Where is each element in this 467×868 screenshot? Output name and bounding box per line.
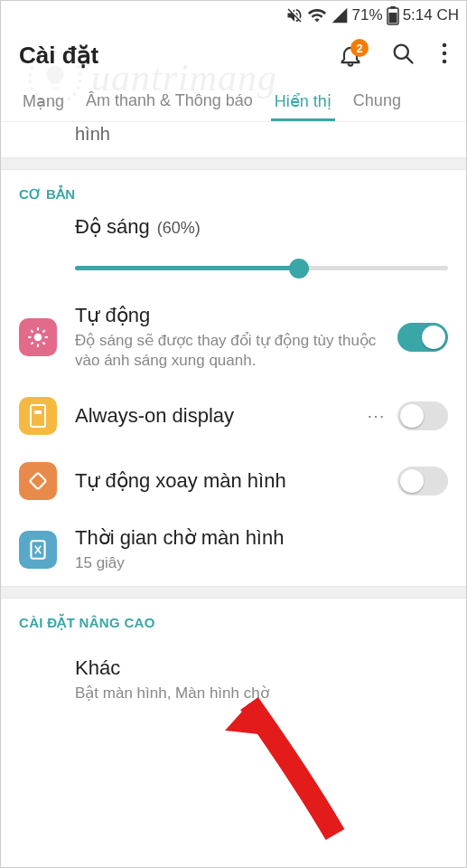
other-desc: Bật màn hình, Màn hình chờ: [75, 684, 448, 703]
search-button[interactable]: [390, 41, 416, 70]
screen-timeout-label: Thời gian chờ màn hình: [75, 526, 448, 550]
svg-line-14: [42, 343, 44, 344]
timeout-icon: [19, 531, 57, 569]
svg-line-13: [31, 330, 33, 332]
svg-line-16: [42, 330, 44, 332]
section-advanced-header: CÀI ĐẶT NÂNG CAO: [1, 599, 466, 644]
always-on-display-row[interactable]: Always-on display ⋯: [1, 383, 466, 448]
svg-line-15: [31, 343, 33, 344]
auto-brightness-toggle[interactable]: [397, 323, 448, 352]
battery-percent: 71%: [352, 6, 383, 24]
screen-timeout-row[interactable]: Thời gian chờ màn hình 15 giây: [1, 514, 466, 586]
status-bar: 71% 5:14 CH: [1, 1, 466, 30]
section-divider: [1, 157, 466, 170]
tab-bar: Mạng Âm thanh & Thông báo Hiển thị Chung: [1, 80, 466, 122]
battery-icon: [387, 5, 399, 25]
auto-rotate-label: Tự động xoay màn hình: [75, 469, 379, 493]
svg-point-8: [34, 334, 42, 342]
tab-general[interactable]: Chung: [342, 82, 412, 119]
signal-icon: [331, 6, 349, 24]
always-on-toggle[interactable]: [397, 401, 448, 430]
svg-rect-18: [34, 410, 42, 414]
brightness-slider[interactable]: [75, 246, 448, 291]
slider-fill: [75, 266, 299, 270]
status-time: 5:14 CH: [403, 6, 459, 24]
tab-network[interactable]: Mạng: [12, 82, 75, 120]
clipped-item-text[interactable]: màu xanh dịu hơn trên màn hình hình: [1, 122, 466, 157]
auto-rotate-toggle[interactable]: [397, 467, 448, 495]
notification-badge: 2: [350, 39, 369, 57]
slider-thumb[interactable]: [289, 259, 309, 278]
search-icon: [390, 41, 416, 66]
auto-rotate-row[interactable]: Tự động xoay màn hình: [1, 448, 466, 514]
svg-rect-2: [388, 13, 397, 24]
tab-sound[interactable]: Âm thanh & Thông báo: [75, 82, 264, 119]
always-on-icon: [19, 397, 57, 435]
section-basic-header: CƠ BẢN: [1, 170, 466, 215]
svg-rect-17: [31, 405, 45, 427]
always-on-more-icon[interactable]: ⋯: [367, 405, 387, 427]
svg-point-7: [443, 60, 447, 64]
rotate-icon: [19, 462, 57, 500]
svg-point-3: [395, 45, 408, 59]
clipped-line2: hình: [75, 124, 110, 144]
other-label: Khác: [75, 656, 448, 680]
svg-point-5: [443, 43, 447, 48]
brightness-percent: (60%): [157, 219, 201, 238]
settings-content[interactable]: màu xanh dịu hơn trên màn hình hình CƠ B…: [1, 122, 466, 716]
screen-timeout-value: 15 giây: [75, 553, 448, 573]
svg-line-4: [407, 58, 413, 63]
brightness-row: Độ sáng (60%): [1, 215, 466, 291]
brightness-label: Độ sáng: [75, 215, 150, 239]
overflow-menu-button[interactable]: [441, 41, 448, 70]
notifications-button[interactable]: 2: [336, 41, 365, 70]
auto-brightness-row[interactable]: Tự động Độ sáng sẽ được thay đổi tự động…: [1, 291, 466, 383]
svg-rect-1: [390, 6, 396, 9]
auto-brightness-label: Tự động: [75, 304, 379, 327]
brightness-auto-icon: [19, 318, 57, 356]
svg-point-6: [443, 52, 447, 56]
more-vert-icon: [441, 41, 448, 66]
mute-icon: [285, 6, 304, 24]
wifi-icon: [307, 5, 327, 25]
app-header: Cài đặt 2: [1, 30, 466, 80]
svg-rect-19: [30, 473, 46, 489]
tab-display[interactable]: Hiển thị: [264, 82, 342, 120]
other-row[interactable]: Khác Bật màn hình, Màn hình chờ: [1, 644, 466, 716]
section-divider-2: [1, 586, 466, 599]
auto-brightness-desc: Độ sáng sẽ được thay đổi tự động tùy thu…: [75, 331, 379, 371]
page-title: Cài đặt: [19, 42, 336, 70]
always-on-label: Always-on display: [75, 404, 349, 428]
